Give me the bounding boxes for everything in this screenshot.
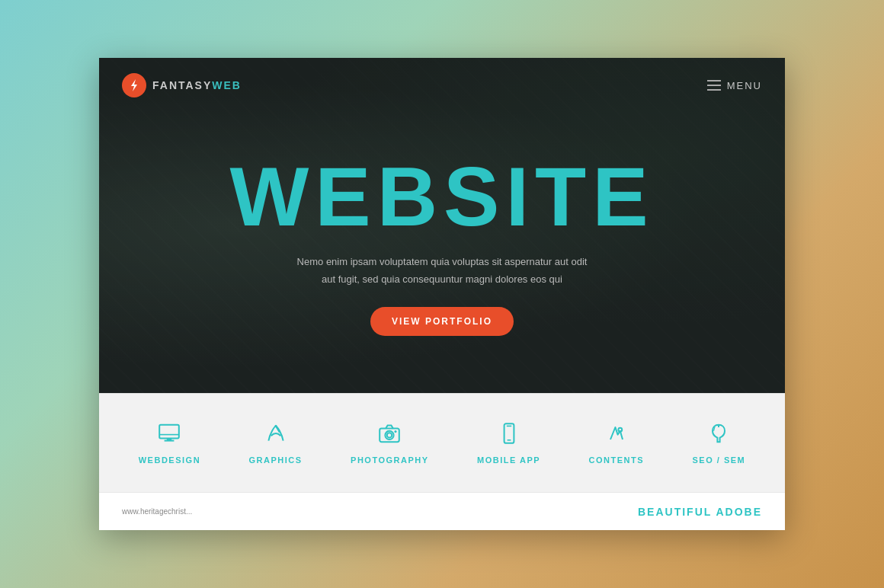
svg-rect-1: [160, 425, 180, 439]
hero-subtitle: Nemo enim ipsam voluptatem quia voluptas…: [297, 254, 588, 287]
logo-icon: [122, 73, 146, 97]
bottom-bar: www.heritagechrist... BEAUTIFUL ADOBE: [99, 492, 785, 530]
feature-contents: CONTENTS: [589, 421, 645, 465]
hero-subtitle-line1: Nemo enim ipsam voluptatem quia voluptas…: [297, 256, 588, 267]
menu-label[interactable]: MENU: [727, 80, 762, 91]
webdesign-label: WEBDESIGN: [139, 455, 200, 465]
graphics-icon: [264, 421, 288, 449]
menu-line-1: [707, 80, 721, 81]
svg-point-9: [395, 430, 397, 433]
bottom-url: www.heritagechrist...: [122, 507, 192, 516]
feature-webdesign: WEBDESIGN: [139, 421, 200, 465]
hero-title: WEBSITE: [229, 155, 654, 238]
seo-label: SEO / SEM: [693, 455, 746, 465]
hero-content: FANTASYWEB MENU WEBSITE Nemo enim ipsam …: [99, 58, 785, 393]
menu-line-3: [707, 89, 721, 91]
logo-web: WEB: [212, 79, 242, 91]
photography-label: PHOTOGRAPHY: [351, 455, 428, 465]
main-card: FANTASYWEB MENU WEBSITE Nemo enim ipsam …: [99, 58, 785, 530]
svg-point-8: [387, 433, 392, 437]
view-portfolio-button[interactable]: VIEW PORTFOLIO: [370, 307, 514, 336]
photography-icon: [377, 421, 402, 449]
mobile-label: MOBILE APP: [477, 455, 540, 465]
nav-menu[interactable]: MENU: [707, 80, 762, 91]
feature-seo: SEO / SEM: [693, 421, 746, 465]
hero-main: WEBSITE Nemo enim ipsam voluptatem quia …: [199, 97, 684, 393]
svg-point-13: [618, 428, 622, 432]
mobile-icon: [497, 421, 521, 449]
feature-graphics: GRAPHICS: [249, 421, 303, 465]
contents-icon: [604, 421, 629, 449]
hero-subtitle-line2: aut fugit, sed quia consequuntur magni d…: [322, 273, 562, 285]
seo-icon: [706, 421, 731, 449]
contents-label: CONTENTS: [589, 455, 645, 465]
logo: FANTASYWEB: [122, 73, 242, 97]
webdesign-icon: [157, 421, 181, 449]
lightning-icon: [127, 78, 141, 92]
menu-line-2: [707, 85, 721, 86]
feature-mobile: MOBILE APP: [477, 421, 540, 465]
feature-photography: PHOTOGRAPHY: [351, 421, 428, 465]
bottom-title: BEAUTIFUL ADOBE: [638, 506, 762, 518]
svg-marker-0: [131, 79, 137, 91]
logo-text: FANTASYWEB: [152, 79, 242, 91]
hamburger-icon[interactable]: [707, 80, 721, 91]
graphics-label: GRAPHICS: [249, 455, 303, 465]
hero-section: FANTASYWEB MENU WEBSITE Nemo enim ipsam …: [99, 58, 785, 393]
logo-fantasy: FANTASY: [152, 79, 212, 91]
features-strip: WEBDESIGN GRAPHICS: [99, 393, 785, 492]
svg-point-5: [274, 425, 277, 427]
